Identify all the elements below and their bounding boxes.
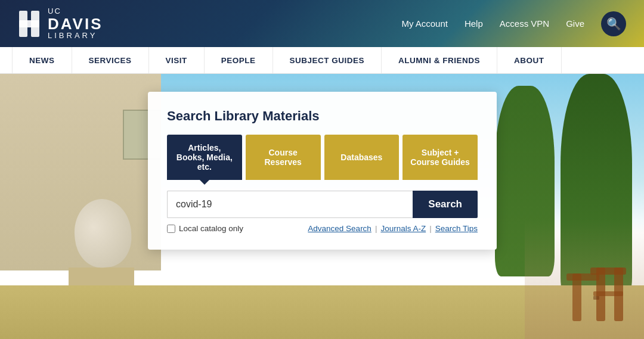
- nav-services[interactable]: SERVICES: [72, 47, 149, 73]
- sculpture-egg: [72, 197, 134, 270]
- my-account-link[interactable]: My Account: [401, 18, 448, 29]
- help-link[interactable]: Help: [465, 18, 483, 29]
- separator-1: |: [375, 224, 377, 233]
- sculpture: [69, 190, 146, 285]
- top-bar: UC DAVIS LIBRARY My Account Help Access …: [0, 0, 644, 47]
- search-magnifier-icon: 🔍: [606, 17, 621, 31]
- search-panel-title: Search Library Materials: [167, 108, 478, 124]
- svg-rect-2: [19, 20, 39, 27]
- nav-visit[interactable]: VISIT: [149, 47, 205, 73]
- svg-rect-9: [593, 296, 599, 300]
- search-button[interactable]: Search: [413, 191, 478, 218]
- search-input[interactable]: [167, 191, 413, 218]
- chairs-area: [525, 220, 644, 339]
- advanced-search-link[interactable]: Advanced Search: [308, 224, 371, 233]
- logo-area: UC DAVIS LIBRARY: [18, 7, 103, 40]
- hero-section: Search Library Materials Articles, Books…: [0, 74, 644, 339]
- search-options-row: Local catalog only Advanced Search | Jou…: [167, 224, 478, 233]
- give-link[interactable]: Give: [566, 18, 584, 29]
- logo-davis: DAVIS: [48, 16, 103, 32]
- local-catalog-text: Local catalog only: [179, 224, 243, 233]
- top-navigation: My Account Help Access VPN Give 🔍: [401, 11, 626, 36]
- tab-articles[interactable]: Articles, Books, Media, etc.: [167, 135, 242, 180]
- nav-alumni-friends[interactable]: ALUMNI & FRIENDS: [382, 47, 497, 73]
- search-tips-link[interactable]: Search Tips: [435, 224, 478, 233]
- search-panel: Search Library Materials Articles, Books…: [148, 92, 497, 250]
- svg-rect-8: [566, 273, 599, 281]
- search-links: Advanced Search | Journals A-Z | Search …: [308, 224, 478, 233]
- uc-davis-logo-icon: [18, 10, 41, 38]
- search-tabs: Articles, Books, Media, etc. Course Rese…: [167, 135, 478, 180]
- separator-2: |: [429, 224, 432, 233]
- nav-about[interactable]: ABOUT: [497, 47, 562, 73]
- search-circle-button[interactable]: 🔍: [601, 11, 626, 36]
- main-navigation: NEWS SERVICES VISIT PEOPLE SUBJECT GUIDE…: [0, 47, 644, 74]
- nav-subject-guides[interactable]: SUBJECT GUIDES: [273, 47, 382, 73]
- search-input-row: Search: [167, 191, 478, 218]
- local-catalog-checkbox[interactable]: [167, 225, 175, 233]
- logo-library: LIBRARY: [48, 32, 103, 40]
- nav-news[interactable]: NEWS: [12, 47, 72, 73]
- journals-link[interactable]: Journals A-Z: [380, 224, 426, 233]
- tab-subject-guides[interactable]: Subject + Course Guides: [402, 135, 478, 180]
- logo-text: UC DAVIS LIBRARY: [48, 7, 103, 40]
- tab-course-reserves[interactable]: Course Reserves: [246, 135, 321, 180]
- nav-people[interactable]: PEOPLE: [205, 47, 273, 73]
- svg-rect-6: [614, 268, 623, 321]
- local-catalog-label[interactable]: Local catalog only: [167, 224, 243, 233]
- tab-databases[interactable]: Databases: [324, 135, 400, 180]
- access-vpn-link[interactable]: Access VPN: [500, 18, 549, 29]
